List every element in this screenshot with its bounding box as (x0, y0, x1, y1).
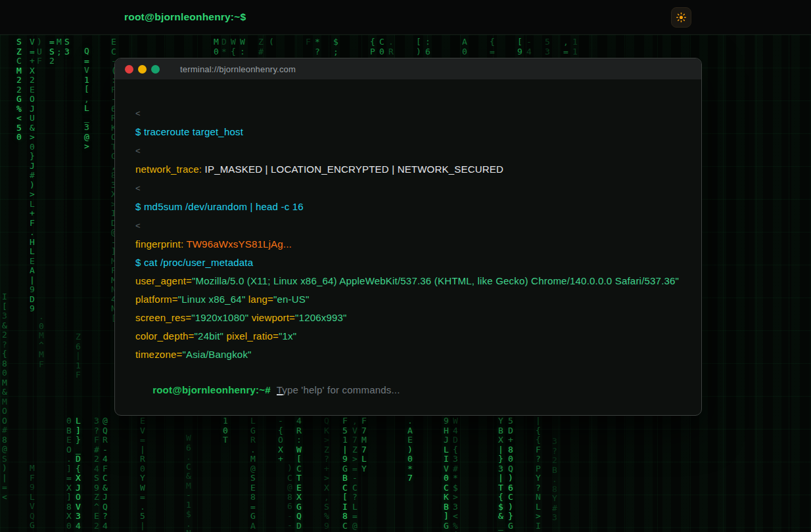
segment-key: color_depth= (135, 330, 195, 342)
segment-muted: < (135, 108, 141, 118)
segment-white: IP_MASKED | LOCATION_ENCRYPTED | NETWORK… (202, 164, 503, 175)
output-chevron: < (135, 217, 681, 233)
segment-key: viewport= (248, 312, 295, 323)
segment-green: "1x" (279, 330, 296, 342)
theme-toggle-button[interactable] (671, 7, 691, 28)
traffic-light-minimize[interactable] (138, 65, 147, 74)
segment-key: pixel_ratio= (223, 330, 279, 342)
traffic-light-close[interactable] (125, 65, 133, 74)
output-line: fingerprint: TW96aWxsYS81LjAg... (135, 236, 681, 252)
segment-key: fingerprint: (135, 238, 183, 250)
segment-muted: < (135, 183, 141, 193)
command-line: $ md5sum /dev/urandom | head -c 16 (135, 199, 681, 214)
output-line: platform="Linux x86_64" lang="en-US" (135, 292, 681, 307)
output-chevron: < (135, 143, 681, 158)
window-title: terminal://bjornleonhenry.com (180, 64, 296, 74)
terminal-body[interactable]: <$ traceroute target_host<network_trace:… (115, 80, 701, 416)
command-line: $ traceroute target_host (135, 124, 681, 139)
segment-cmd: $ traceroute target_host (135, 126, 243, 137)
segment-key: platform= (135, 294, 178, 305)
sun-icon (676, 12, 687, 23)
segment-key: network_trace: (135, 164, 202, 175)
segment-green: "en-US" (273, 294, 310, 305)
top-bar: root@bjornleonhenry:~$ (0, 0, 811, 35)
top-bar-title: root@bjornleonhenry:~$ (124, 11, 246, 23)
segment-green: "1920x1080" (191, 312, 248, 323)
terminal-output: <$ traceroute target_host<network_trace:… (135, 105, 681, 362)
segment-cmd: $ md5sum /dev/urandom | head -c 16 (135, 201, 304, 212)
terminal-window: terminal://bjornleonhenry.com <$ tracero… (114, 58, 702, 416)
output-line: screen_res="1920x1080" viewport="1206x99… (135, 310, 681, 325)
output-line: timezone="Asia/Bangkok" (135, 347, 681, 362)
segment-orange: TW96aWxsYS81LjAg... (183, 238, 292, 250)
prompt-line[interactable]: root@bjornleonhenry:~#Type 'help' for co… (135, 367, 681, 412)
output-line: network_trace: IP_MASKED | LOCATION_ENCR… (135, 162, 681, 177)
segment-muted: < (135, 221, 141, 231)
segment-key: timezone= (135, 349, 182, 360)
segment-green: "Mozilla/5.0 (X11; Linux x86_64) AppleWe… (192, 275, 679, 286)
segment-green: "24bit" (195, 330, 224, 342)
output-line: color_depth="24bit" pixel_ratio="1x" (135, 328, 681, 344)
segment-green: "Linux x86_64" (178, 294, 246, 305)
command-line: $ cat /proc/user_metadata (135, 255, 681, 270)
segment-green: "1206x993" (295, 312, 347, 323)
input-placeholder: Type 'help' for commands... (277, 384, 400, 395)
output-line: user_agent="Mozilla/5.0 (X11; Linux x86_… (135, 273, 681, 288)
window-header[interactable]: terminal://bjornleonhenry.com (115, 58, 701, 80)
output-chevron: < (135, 180, 681, 196)
segment-key: lang= (245, 294, 273, 305)
page: { "top_bar": { "title": "root@bjornleonh… (0, 0, 811, 532)
segment-key: user_agent= (135, 275, 192, 286)
traffic-light-maximize[interactable] (151, 65, 160, 74)
segment-cmd: $ cat /proc/user_metadata (135, 257, 253, 268)
segment-muted: < (135, 146, 141, 156)
output-chevron: < (135, 105, 681, 121)
segment-green: "Asia/Bangkok" (182, 349, 251, 360)
prompt-label: root@bjornleonhenry:~# (152, 384, 270, 395)
segment-key: screen_res= (135, 312, 191, 323)
